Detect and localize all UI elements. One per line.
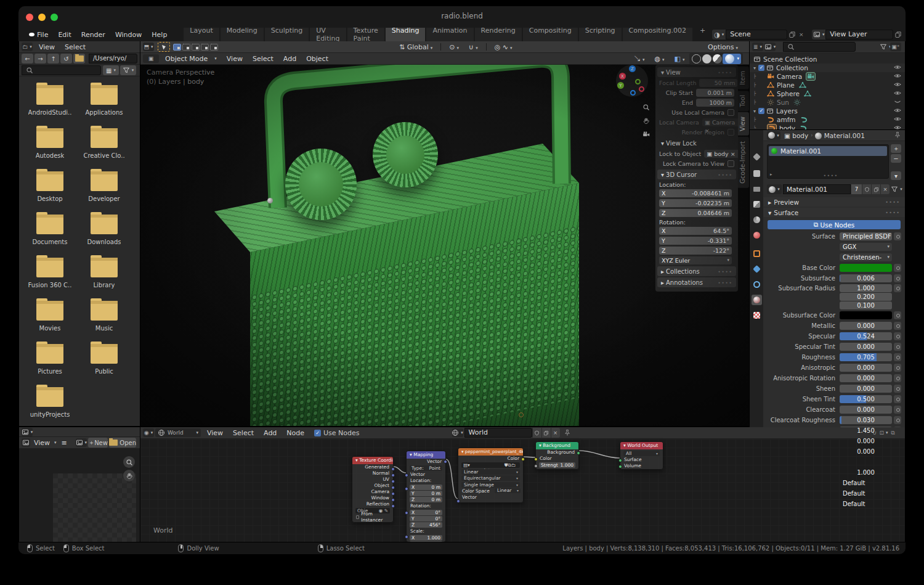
file-browser-view-menu[interactable]: View — [34, 43, 60, 51]
animate-dot[interactable] — [894, 416, 901, 424]
copy-datablock-icon[interactable] — [871, 184, 880, 194]
surface-shader-menu[interactable]: Principled BSDF — [840, 232, 892, 240]
zoom-tool-icon[interactable] — [123, 456, 135, 468]
viewport-zoom-icon[interactable] — [641, 102, 652, 113]
tab-modeling[interactable]: Modeling — [221, 28, 264, 41]
eye-icon[interactable] — [894, 89, 901, 98]
world-fake-user-icon[interactable] — [532, 428, 541, 438]
refresh-button[interactable]: ↺ — [60, 54, 72, 63]
axis-z-handle[interactable]: Z — [629, 65, 636, 72]
tangent-menu[interactable]: Default — [840, 500, 892, 508]
animate-dot[interactable] — [894, 353, 901, 361]
animate-dot[interactable] — [894, 232, 901, 240]
material-slot-list[interactable]: Material.001 ▸ ∙∙∙∙ — [767, 144, 889, 179]
cursor-section-header[interactable]: ▾ 3D Cursor∙∙∙∙ — [657, 170, 736, 179]
interpolation-dropdown[interactable]: Linear — [461, 469, 520, 475]
outliner-filter-icon[interactable]: ▾ — [881, 43, 890, 52]
subsurface-color-swatch[interactable] — [840, 311, 892, 319]
transform-orientation-dropdown[interactable]: ⇅ Global▾ — [394, 43, 437, 51]
select-mode-circle-icon[interactable] — [192, 44, 200, 51]
tab-gcode-import[interactable]: Gcode-Import — [738, 137, 749, 188]
breadcrumb-mode-icon[interactable]: ▾ — [767, 131, 780, 140]
path-field[interactable]: /Users/ryo/ — [89, 54, 137, 63]
collection-row[interactable]: ▾✓Collection — [750, 63, 905, 72]
view-lock-header[interactable]: ▾ View Lock — [657, 138, 736, 148]
tab-compositing[interactable]: Compositing — [523, 28, 578, 41]
folder-developer[interactable]: Developer — [79, 171, 129, 202]
roughness-slider[interactable]: 0.705 — [840, 353, 892, 361]
tab-item[interactable]: Item — [738, 67, 749, 89]
tab-material-icon[interactable] — [752, 295, 762, 305]
eye-closed-icon[interactable] — [894, 98, 901, 107]
editor-type-3d-icon[interactable]: ⬒▾ — [143, 43, 154, 51]
new-collection-icon[interactable]: ▣⁺ — [890, 43, 901, 51]
axis-z-neg-handle[interactable] — [630, 90, 636, 96]
tab-scripting[interactable]: Scripting — [579, 28, 622, 41]
loc-z-field[interactable]: Z0 m — [410, 497, 442, 502]
folder-unityprojects[interactable]: unityProjects — [25, 387, 75, 418]
select-mode-tweak-icon[interactable] — [173, 44, 181, 51]
plane-row[interactable]: ├Plane — [750, 81, 905, 89]
viewport-view-menu[interactable]: View — [222, 55, 248, 63]
sheen-slider[interactable]: 0.000 — [840, 385, 892, 393]
use-local-camera-checkbox[interactable] — [727, 109, 734, 116]
back-button[interactable]: ← — [22, 54, 33, 63]
light-data-icon[interactable] — [793, 99, 801, 106]
cursor-rot-x-field[interactable]: X64.5° — [659, 227, 732, 235]
cursor-loc-z-field[interactable]: Z0.04646 m — [659, 209, 732, 217]
viewport-camera-icon[interactable] — [641, 129, 652, 140]
axis-y-handle[interactable]: Y — [617, 82, 624, 89]
socket-vector-out[interactable] — [444, 460, 447, 464]
use-nodes-button[interactable]: ⧉ Use Nodes — [768, 220, 901, 229]
overlays-icon[interactable]: ◍▾ — [649, 55, 669, 63]
socket-vector-in[interactable] — [405, 473, 408, 477]
new-folder-button[interactable] — [73, 54, 85, 63]
annotations-section-header[interactable]: ▸ Annotations∙∙∙∙ — [657, 277, 736, 287]
shader-type-dropdown[interactable]: World▾ — [155, 428, 201, 437]
sun-row[interactable]: ├Sun — [750, 98, 905, 107]
base-color-swatch[interactable] — [840, 264, 892, 272]
tab-world-icon[interactable] — [752, 230, 762, 240]
outliner-display-mode-icon[interactable]: ≣▾ — [752, 43, 763, 51]
amfm-row[interactable]: ├amfm — [750, 115, 905, 124]
mesh-data-icon[interactable] — [798, 81, 807, 89]
socket-generated-out[interactable] — [391, 467, 395, 471]
scene-collection-row[interactable]: Scene Collection — [750, 55, 905, 63]
unlink-icon[interactable]: × — [880, 184, 890, 194]
ior-field[interactable]: 1.450 — [840, 427, 892, 435]
specular-tint-slider[interactable]: 0.000 — [840, 343, 892, 351]
remove-slot-button[interactable]: − — [891, 154, 901, 163]
axis-x-neg-handle[interactable] — [639, 86, 644, 92]
folder-creative-cloud[interactable]: Creative Clo.. — [79, 128, 129, 159]
socket-uv-out[interactable] — [391, 480, 395, 483]
editor-type-file-browser-icon[interactable]: 🗀▾ — [22, 43, 33, 51]
material-name-field[interactable]: Material.001 — [783, 184, 851, 194]
layers-checkbox[interactable]: ✓ — [758, 108, 764, 114]
mapping-type-dropdown[interactable]: Type:Point — [410, 465, 442, 471]
folder-documents[interactable]: Documents — [25, 215, 75, 245]
tab-view-layer-icon[interactable] — [752, 199, 762, 210]
cursor-loc-y-field[interactable]: Y-0.02235 m — [659, 199, 732, 207]
layers-collection-row[interactable]: ▾✓Layers — [750, 107, 905, 115]
animate-dot[interactable] — [894, 406, 901, 414]
node-environment-texture[interactable]: ▾ peppermint_powerplant_4k.hdr.001 Color… — [458, 448, 524, 503]
animate-dot[interactable] — [894, 274, 901, 282]
display-mode-icon[interactable]: ▦▾ — [103, 65, 119, 75]
folder-public[interactable]: Public — [79, 344, 129, 375]
eye-icon[interactable] — [894, 63, 901, 72]
tab-animation[interactable]: Animation — [426, 28, 473, 41]
new-scene-icon[interactable] — [787, 30, 796, 39]
image-datablock-icon[interactable]: ▾ — [76, 438, 87, 447]
rot-x-field[interactable]: X0° — [410, 510, 442, 515]
folder-movies[interactable]: Movies — [25, 301, 75, 332]
folder-desktop[interactable]: Desktop — [25, 171, 75, 202]
tab-uv-editing[interactable]: UV Editing — [310, 28, 346, 41]
material-slot-row[interactable]: Material.001 — [769, 146, 887, 156]
tab-tool[interactable]: Tool — [738, 91, 749, 111]
socket-rotation-in[interactable] — [405, 511, 408, 515]
socket-color-in[interactable] — [534, 457, 538, 461]
tab-layout[interactable]: Layout — [184, 28, 219, 41]
animate-dot[interactable] — [894, 374, 901, 382]
collection-checkbox[interactable]: ✓ — [758, 65, 764, 71]
tab-render-icon[interactable] — [752, 168, 762, 179]
